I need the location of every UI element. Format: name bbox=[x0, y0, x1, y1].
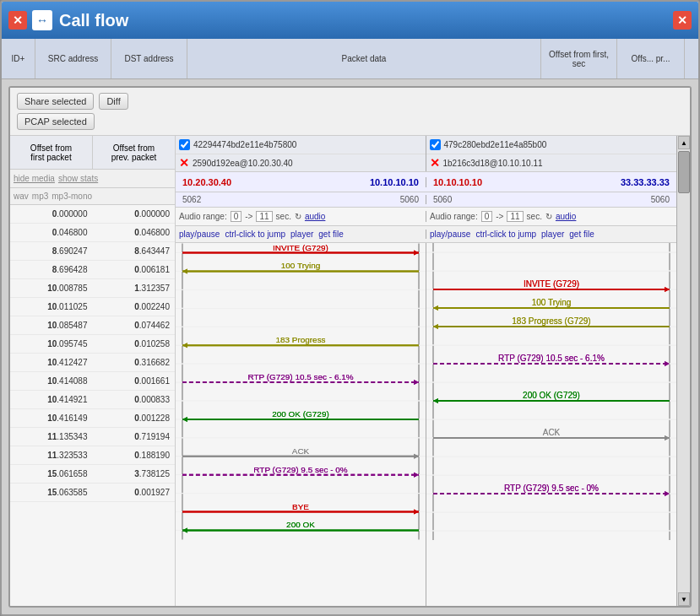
call1-port-left: 5062 bbox=[182, 195, 201, 204]
call1-diagram: INVITE (G729)100 Trying183 ProgressRTP (… bbox=[176, 243, 426, 606]
call1-audio-to[interactable]: 11 bbox=[256, 211, 272, 222]
call1-audio-from[interactable]: 0 bbox=[231, 211, 242, 222]
scroll-thumb[interactable] bbox=[678, 151, 690, 193]
svg-marker-160 bbox=[433, 398, 438, 403]
hide-media-link[interactable]: hide media bbox=[14, 174, 55, 183]
call1-audio-label: Audio range: bbox=[179, 212, 227, 221]
call2-audio-from[interactable]: 0 bbox=[481, 211, 493, 222]
call1-audio-link[interactable]: audio bbox=[305, 212, 325, 221]
call1-delete-icon[interactable]: ✕ bbox=[179, 156, 189, 170]
call2-audio-unit: sec. bbox=[527, 212, 542, 221]
window-title: Call flow bbox=[59, 11, 673, 30]
col-header-id: ID+ bbox=[2, 39, 35, 78]
svg-text:RTP (G729) 10.5 sec - 6.1%: RTP (G729) 10.5 sec - 6.1% bbox=[498, 354, 605, 363]
svg-text:RTP (G729) 9.5 sec - 0%: RTP (G729) 9.5 sec - 0% bbox=[253, 465, 348, 474]
call2-get-file[interactable]: get file bbox=[569, 230, 594, 239]
wav-format[interactable]: wav bbox=[14, 192, 29, 201]
call1-audio-reload[interactable]: ↻ bbox=[295, 212, 301, 221]
offset-row: 11.323533 0.188190 bbox=[10, 446, 175, 465]
diff-button[interactable]: Diff bbox=[99, 93, 128, 110]
svg-text:200 OK (G729): 200 OK (G729) bbox=[272, 409, 329, 419]
svg-text:INVITE (G729): INVITE (G729) bbox=[273, 243, 328, 252]
svg-marker-151 bbox=[433, 305, 438, 311]
call1-addr: 2590d192ea@10.20.30.40 bbox=[193, 159, 293, 168]
svg-marker-88 bbox=[182, 527, 187, 532]
offset-row: 10.008785 1.312357 bbox=[10, 279, 175, 298]
mp3-format[interactable]: mp3 bbox=[32, 192, 48, 201]
svg-marker-148 bbox=[665, 287, 670, 292]
call2-audio-reload[interactable]: ↻ bbox=[545, 212, 552, 221]
close-button-left[interactable]: ✕ bbox=[8, 11, 27, 30]
svg-marker-157 bbox=[665, 361, 670, 366]
offset-row: 0.000000 0.000000 bbox=[10, 205, 175, 224]
call1-ctrl-click[interactable]: ctrl-click to jump bbox=[225, 230, 285, 239]
scroll-down-arrow[interactable]: ▼ bbox=[678, 592, 690, 606]
call2-addr: 1b216c3d18@10.10.10.11 bbox=[443, 159, 543, 168]
call1-id: 42294474bd2e11e4b75800 bbox=[193, 140, 296, 149]
call1-player[interactable]: player bbox=[290, 230, 313, 239]
call2-audio-label: Audio range: bbox=[430, 212, 478, 221]
offset-row: 10.412427 0.316682 bbox=[10, 354, 175, 372]
call1-audio-unit: sec. bbox=[276, 212, 291, 221]
svg-marker-76 bbox=[182, 417, 187, 422]
call2-port-left: 5060 bbox=[433, 195, 452, 204]
offset-row: 8.690247 8.643447 bbox=[10, 242, 175, 261]
svg-text:RTP (G729) 10.5 sec - 6.1%: RTP (G729) 10.5 sec - 6.1% bbox=[247, 372, 353, 381]
offset-row: 8.696428 0.006181 bbox=[10, 261, 175, 279]
offset-row: 10.011025 0.002240 bbox=[10, 298, 175, 316]
svg-text:BYE: BYE bbox=[292, 502, 309, 511]
col-header-offset-prev: Offs... pr... bbox=[617, 39, 685, 78]
call2-delete-icon[interactable]: ✕ bbox=[430, 156, 440, 170]
svg-text:RTP (G729) 9.5 sec - 0%: RTP (G729) 9.5 sec - 0% bbox=[504, 484, 599, 493]
call1-port-right: 5060 bbox=[400, 195, 419, 204]
svg-text:200 OK: 200 OK bbox=[286, 520, 315, 529]
close-button-right[interactable]: ✕ bbox=[673, 11, 692, 30]
call2-audio-to[interactable]: 11 bbox=[507, 211, 523, 222]
svg-text:ACK: ACK bbox=[292, 446, 310, 456]
svg-marker-70 bbox=[182, 343, 187, 348]
col-header-src: SRC address bbox=[35, 39, 111, 78]
call2-player[interactable]: player bbox=[541, 230, 564, 239]
offset-row: 11.135343 0.719194 bbox=[10, 428, 175, 446]
offset-row: 15.063585 0.001927 bbox=[10, 484, 175, 502]
mp3mono-format[interactable]: mp3-mono bbox=[52, 192, 92, 201]
svg-marker-73 bbox=[414, 380, 419, 385]
call1-ip-right: 10.10.10.10 bbox=[370, 177, 419, 187]
offset-prev-header: Offset fromprev. packet bbox=[93, 136, 175, 169]
col-header-packet: Packet data bbox=[187, 39, 541, 78]
pcap-selected-button[interactable]: PCAP selected bbox=[17, 113, 95, 130]
svg-text:ACK: ACK bbox=[543, 428, 561, 437]
offset-row: 10.414921 0.000833 bbox=[10, 391, 175, 409]
svg-marker-79 bbox=[414, 454, 419, 459]
svg-marker-82 bbox=[414, 473, 419, 478]
offset-data: 0.000000 0.000000 0.046800 0.046800 8.69… bbox=[10, 205, 175, 606]
call2-ctrl-click[interactable]: ctrl-click to jump bbox=[475, 230, 536, 239]
call1-get-file[interactable]: get file bbox=[318, 230, 343, 239]
call2-play-pause[interactable]: play/pause bbox=[430, 230, 470, 239]
svg-marker-64 bbox=[414, 251, 419, 256]
offset-row: 0.046800 0.046800 bbox=[10, 224, 175, 242]
scroll-up-arrow[interactable]: ▲ bbox=[678, 136, 690, 149]
scrollbar[interactable]: ▲ ▼ bbox=[676, 136, 690, 606]
call1-checkbox[interactable] bbox=[179, 139, 190, 150]
call1-play-pause[interactable]: play/pause bbox=[179, 230, 220, 239]
call2-port-right: 5060 bbox=[651, 195, 670, 204]
call2-checkbox[interactable] bbox=[430, 139, 441, 150]
offset-row: 10.416149 0.001228 bbox=[10, 409, 175, 428]
share-selected-button[interactable]: Share selected bbox=[17, 93, 94, 110]
svg-marker-67 bbox=[182, 268, 187, 273]
svg-text:100 Trying: 100 Trying bbox=[281, 261, 320, 270]
offset-first-header: Offset fromfirst packet bbox=[10, 136, 93, 169]
svg-marker-163 bbox=[665, 435, 670, 440]
call2-diagram: INVITE (G729)100 Trying183 Progress (G72… bbox=[426, 243, 676, 606]
svg-marker-85 bbox=[414, 510, 419, 515]
show-stats-link[interactable]: show stats bbox=[58, 174, 98, 183]
svg-marker-154 bbox=[433, 324, 438, 329]
col-header-offset-first: Offset from first, sec bbox=[541, 39, 617, 78]
call1-ip-left: 10.20.30.40 bbox=[182, 177, 231, 187]
call2-id: 479c280ebd2e11e4a85b00 bbox=[444, 140, 547, 149]
call2-ip-right: 33.33.33.33 bbox=[621, 177, 670, 187]
svg-text:183 Progress (G729): 183 Progress (G729) bbox=[512, 316, 590, 326]
call2-audio-link[interactable]: audio bbox=[556, 212, 576, 221]
svg-text:200 OK (G729): 200 OK (G729) bbox=[523, 391, 580, 400]
